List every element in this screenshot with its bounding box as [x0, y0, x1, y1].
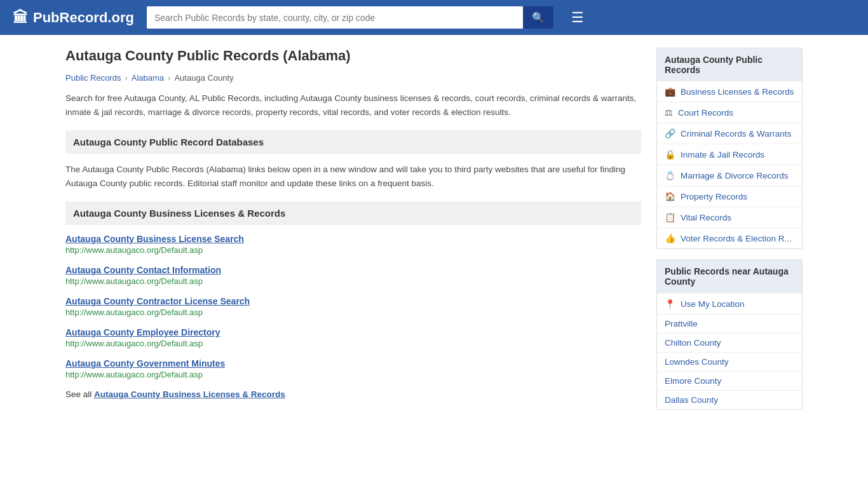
search-icon: 🔍 [532, 12, 545, 23]
nearby-prattville[interactable]: Prattville [657, 314, 802, 333]
record-entry: Autauga County Business License Search h… [65, 234, 641, 255]
sidebar-item-inmate[interactable]: 🔒 Inmate & Jail Records [657, 144, 802, 165]
main-container: Autauga County Public Records (Alabama) … [53, 35, 815, 433]
logo-icon: 🏛 [13, 9, 28, 27]
nearby-chilton[interactable]: Chilton County [657, 333, 802, 352]
record-title-2[interactable]: Autauga County Contractor License Search [65, 296, 250, 306]
ring-icon: 💍 [665, 170, 675, 180]
sidebar-nearby-box: Public Records near Autauga County 📍 Use… [656, 259, 803, 410]
databases-heading: Autauga County Public Record Databases [65, 130, 641, 154]
site-header: 🏛 PubRecord.org 🔍 ☰ [0, 0, 868, 35]
breadcrumb-current: Autauga County [174, 73, 233, 83]
sidebar-item-label-criminal: Criminal Records & Warrants [681, 129, 791, 139]
nearby-lowndes[interactable]: Lowndes County [657, 352, 802, 371]
breadcrumb-sep-2: › [168, 73, 170, 83]
clipboard-icon: 📋 [665, 212, 675, 222]
record-title-1[interactable]: Autauga County Contact Information [65, 265, 221, 275]
databases-description: The Autauga County Public Records (Alaba… [65, 163, 641, 190]
record-entry: Autauga County Employee Directory http:/… [65, 327, 641, 348]
page-title: Autauga County Public Records (Alabama) [65, 48, 641, 64]
home-icon: 🏠 [665, 191, 675, 201]
sidebar-item-label-property: Property Records [681, 192, 747, 201]
logo[interactable]: 🏛 PubRecord.org [13, 9, 134, 27]
sidebar-item-marriage[interactable]: 💍 Marriage & Divorce Records [657, 165, 802, 186]
sidebar-item-voter[interactable]: 👍 Voter Records & Election R... [657, 227, 802, 248]
search-bar: 🔍 [147, 6, 553, 29]
see-all-link[interactable]: Autauga County Business Licenses & Recor… [94, 390, 285, 399]
sidebar-item-label-inmate: Inmate & Jail Records [681, 150, 764, 159]
nearby-dallas[interactable]: Dallas County [657, 390, 802, 409]
see-all-prefix: See all [65, 390, 94, 399]
intro-text: Search for free Autauga County, AL Publi… [65, 92, 641, 119]
breadcrumb-public-records[interactable]: Public Records [65, 73, 121, 83]
use-location-label: Use My Location [681, 299, 745, 309]
sidebar-item-business[interactable]: 💼 Business Licenses & Records [657, 81, 802, 102]
record-url-1[interactable]: http://www.autaugaco.org/Default.asp [65, 276, 641, 286]
use-location-button[interactable]: 📍 Use My Location [657, 293, 802, 314]
breadcrumb-sep-1: › [125, 73, 127, 83]
business-heading: Autauga County Business Licenses & Recor… [65, 201, 641, 225]
record-entry: Autauga County Contractor License Search… [65, 296, 641, 317]
scales-icon: ⚖ [665, 107, 673, 118]
sidebar-item-label-vital: Vital Records [681, 213, 731, 222]
record-url-0[interactable]: http://www.autaugaco.org/Default.asp [65, 245, 641, 255]
sidebar-item-criminal[interactable]: 🔗 Criminal Records & Warrants [657, 123, 802, 144]
record-title-0[interactable]: Autauga County Business License Search [65, 234, 244, 244]
sidebar-item-label-court: Court Records [678, 108, 733, 118]
search-input[interactable] [147, 6, 523, 29]
logo-text: PubRecord.org [33, 10, 134, 26]
briefcase-icon: 💼 [665, 86, 675, 97]
content-area: Autauga County Public Records (Alabama) … [65, 48, 641, 420]
sidebar-item-vital[interactable]: 📋 Vital Records [657, 207, 802, 227]
record-entry: Autauga County Contact Information http:… [65, 265, 641, 286]
lock-icon: 🔒 [665, 149, 675, 159]
sidebar-item-label-marriage: Marriage & Divorce Records [681, 171, 789, 180]
record-url-2[interactable]: http://www.autaugaco.org/Default.asp [65, 308, 641, 317]
sidebar-item-label-business: Business Licenses & Records [681, 87, 794, 97]
search-button[interactable]: 🔍 [523, 6, 553, 29]
record-url-4[interactable]: http://www.autaugaco.org/Default.asp [65, 370, 641, 379]
thumbsup-icon: 👍 [665, 233, 675, 243]
record-title-4[interactable]: Autauga County Government Minutes [65, 358, 225, 369]
breadcrumb: Public Records › Alabama › Autauga Count… [65, 73, 641, 83]
record-title-3[interactable]: Autauga County Employee Directory [65, 327, 220, 337]
sidebar-public-records-box: Autauga County Public Records 💼 Business… [656, 48, 803, 249]
record-entry: Autauga County Government Minutes http:/… [65, 358, 641, 379]
nearby-elmore[interactable]: Elmore County [657, 371, 802, 390]
sidebar-item-court[interactable]: ⚖ Court Records [657, 102, 802, 123]
menu-icon[interactable]: ☰ [571, 10, 584, 26]
sidebar-nearby-title: Public Records near Autauga County [657, 260, 802, 293]
records-list: Autauga County Business License Search h… [65, 234, 641, 379]
sidebar: Autauga County Public Records 💼 Business… [656, 48, 803, 420]
location-pin-icon: 📍 [665, 299, 675, 309]
sidebar-public-records-title: Autauga County Public Records [657, 48, 802, 81]
record-url-3[interactable]: http://www.autaugaco.org/Default.asp [65, 339, 641, 348]
see-all-line: See all Autauga County Business Licenses… [65, 390, 641, 399]
sidebar-item-label-voter: Voter Records & Election R... [681, 234, 792, 243]
breadcrumb-alabama[interactable]: Alabama [132, 73, 164, 83]
sidebar-item-property[interactable]: 🏠 Property Records [657, 186, 802, 207]
link-icon: 🔗 [665, 128, 675, 139]
